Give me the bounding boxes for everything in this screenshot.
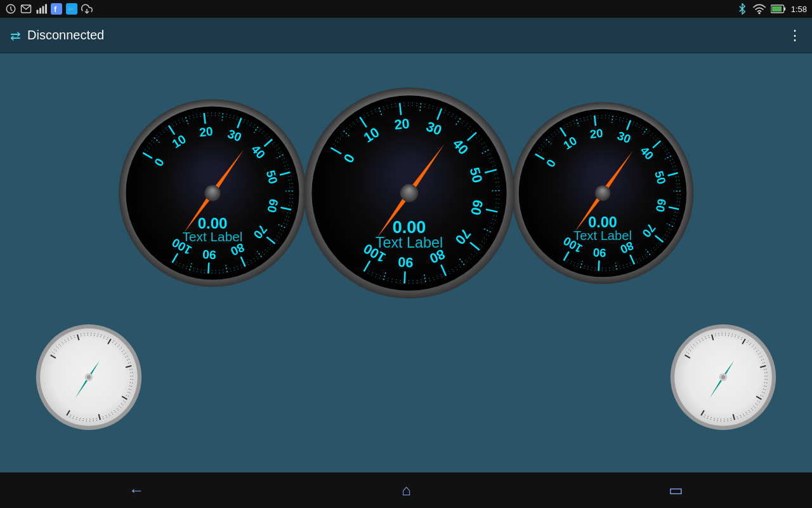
overflow-menu-button[interactable]: ⋮ (788, 27, 802, 44)
signal-icon (36, 3, 47, 15)
disconnect-icon: ⇄ (10, 28, 21, 43)
app-bar: ⇄ Disconnected ⋮ (0, 18, 812, 53)
wifi-icon (753, 3, 766, 15)
app-title: Disconnected (27, 28, 104, 43)
home-button[interactable]: ⌂ (402, 481, 411, 499)
app-bar-left: ⇄ Disconnected (10, 28, 104, 43)
alarm-icon (5, 3, 16, 15)
small-gauges-row (0, 320, 812, 434)
facebook-icon: f (51, 3, 62, 15)
status-bar: f 🐦 1:58 (0, 0, 812, 18)
svg-rect-7 (45, 4, 47, 14)
svg-rect-16 (771, 6, 781, 12)
recent-button[interactable]: ▭ (669, 481, 683, 499)
small-gauge-right[interactable] (666, 320, 780, 434)
download-icon (81, 3, 93, 15)
small-gauge-left[interactable] (32, 320, 146, 434)
gauge-right[interactable] (504, 95, 701, 291)
status-icons-left: f 🐦 (5, 3, 93, 15)
svg-rect-6 (43, 6, 44, 14)
twitter-icon: 🐦 (66, 3, 77, 15)
clock: 1:58 (791, 4, 807, 14)
dark-gauges-row (111, 79, 701, 307)
back-button[interactable]: ← (129, 481, 144, 499)
battery-icon (771, 4, 786, 13)
svg-text:🐦: 🐦 (67, 6, 75, 13)
main-content (0, 53, 812, 472)
mail-icon (20, 3, 32, 15)
bluetooth-icon (737, 3, 748, 15)
svg-rect-15 (783, 7, 785, 10)
status-right: 1:58 (737, 3, 807, 15)
svg-rect-5 (39, 8, 41, 14)
bottom-nav: ← ⌂ ▭ (0, 472, 812, 508)
svg-rect-4 (37, 10, 39, 14)
svg-point-13 (758, 12, 760, 14)
gauge-center[interactable] (295, 79, 523, 307)
svg-line-2 (11, 10, 12, 11)
gauge-left[interactable] (111, 91, 314, 295)
